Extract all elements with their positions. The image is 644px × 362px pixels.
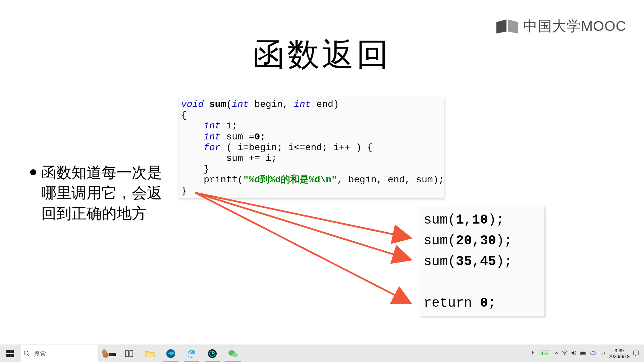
bullet-dot-icon xyxy=(30,169,36,175)
taskbar-time: 3:39 xyxy=(609,348,630,353)
svg-rect-3 xyxy=(6,350,10,353)
battery-indicator[interactable]: 97% xyxy=(539,351,551,356)
svg-line-1 xyxy=(195,193,411,260)
edge-icon xyxy=(166,349,175,358)
svg-line-0 xyxy=(195,193,411,238)
ime-indicator[interactable]: 中 xyxy=(599,350,605,358)
circle-app-icon xyxy=(208,349,217,358)
svg-rect-24 xyxy=(581,352,585,354)
svg-rect-5 xyxy=(6,354,10,357)
svg-point-20 xyxy=(232,353,238,357)
windows-icon xyxy=(6,350,14,357)
notifications-icon[interactable] xyxy=(633,350,639,357)
bullet-point: 函数知道每一次是哪里调用它，会返回到正确的地方 xyxy=(30,163,162,224)
svg-rect-13 xyxy=(125,351,128,357)
power-icon[interactable] xyxy=(530,350,536,357)
svg-point-7 xyxy=(24,351,28,355)
mooc-book-icon xyxy=(496,19,519,34)
code-block-calls: sum(1,10); sum(20,30); sum(35,45); retur… xyxy=(420,207,545,317)
taskbar-task-view[interactable] xyxy=(119,345,140,362)
presentation-slide: 中国大学MOOC 函数返回 函数知道每一次是哪里调用它，会返回到正确的地方 vo… xyxy=(0,0,644,349)
battery-icon[interactable] xyxy=(580,351,587,357)
svg-rect-14 xyxy=(130,351,133,357)
mooc-brand-text: 中国大学MOOC xyxy=(523,17,626,36)
svg-rect-6 xyxy=(10,354,14,357)
svg-point-21 xyxy=(564,354,565,355)
code-block-function: void sum(int begin, int end) { int i; in… xyxy=(178,97,444,199)
search-placeholder: 搜索 xyxy=(34,350,46,358)
taskbar-edge[interactable] xyxy=(160,345,181,362)
chevron-up-icon[interactable] xyxy=(554,351,558,357)
taskbar-file-explorer[interactable] xyxy=(140,345,160,362)
system-tray: 97% 中 3:39 2023/8/19 xyxy=(530,345,644,362)
taskbar-app-squirrel[interactable] xyxy=(98,345,119,362)
cloud-icon[interactable] xyxy=(590,351,596,357)
taskbar-app-round[interactable] xyxy=(202,345,223,362)
taskbar-date: 2023/8/19 xyxy=(609,354,630,359)
edge-legacy-icon xyxy=(187,349,196,358)
slide-title: 函数返回 xyxy=(253,34,391,76)
bullet-text: 函数知道每一次是哪里调用它，会返回到正确的地方 xyxy=(41,163,162,224)
squirrel-icon xyxy=(101,348,116,359)
taskbar-clock[interactable]: 3:39 2023/8/19 xyxy=(609,348,630,359)
mooc-logo: 中国大学MOOC xyxy=(496,17,626,36)
svg-line-2 xyxy=(195,193,411,303)
start-button[interactable] xyxy=(0,345,20,362)
wifi-icon[interactable] xyxy=(562,351,568,357)
taskbar-edge-legacy[interactable] xyxy=(181,345,202,362)
svg-point-10 xyxy=(102,349,107,355)
svg-rect-25 xyxy=(634,351,638,355)
taskbar-wechat[interactable] xyxy=(223,345,244,362)
taskbar-search[interactable]: 搜索 xyxy=(20,345,98,362)
volume-icon[interactable] xyxy=(571,351,577,357)
svg-rect-4 xyxy=(10,350,14,353)
svg-rect-15 xyxy=(146,353,154,357)
folder-icon xyxy=(145,350,155,357)
windows-taskbar[interactable]: 搜索 xyxy=(0,345,644,362)
svg-line-8 xyxy=(28,355,30,356)
task-view-icon xyxy=(125,350,133,357)
wechat-icon xyxy=(228,349,238,358)
svg-rect-23 xyxy=(586,353,586,354)
search-icon xyxy=(24,351,30,357)
